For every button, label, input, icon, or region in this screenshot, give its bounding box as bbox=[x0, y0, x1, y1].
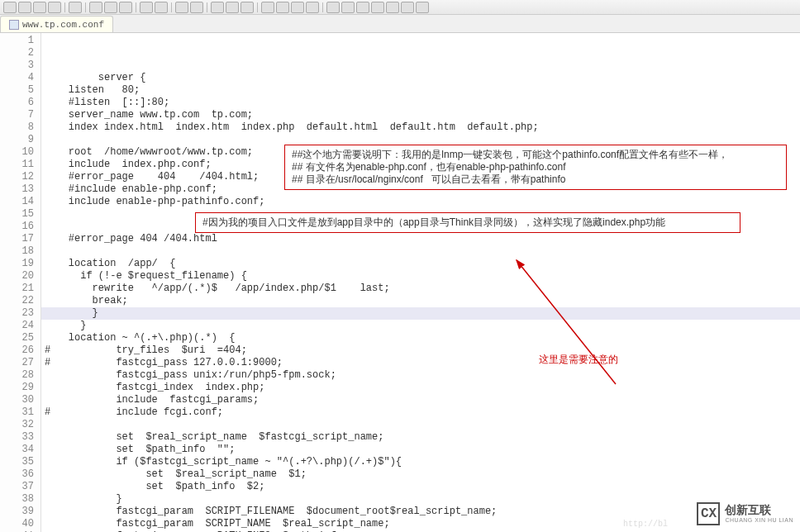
faint-url: http://bl bbox=[623, 520, 668, 529]
line-number: 3 bbox=[0, 59, 34, 72]
code-line[interactable]: # fastcgi_pass 127.0.0.1:9000; bbox=[45, 357, 800, 369]
code-line[interactable]: break; bbox=[45, 295, 800, 307]
tb-undo-icon[interactable] bbox=[140, 2, 153, 13]
tb-print-icon[interactable] bbox=[69, 2, 82, 13]
code-line[interactable]: fastcgi_param SCRIPT_NAME $real_script_n… bbox=[45, 518, 800, 530]
code-line[interactable]: set $real_script_name $1; bbox=[45, 468, 800, 481]
tb-redo-icon[interactable] bbox=[155, 2, 168, 13]
code-line[interactable]: set $path_info ""; bbox=[45, 444, 800, 456]
tb-paste-icon[interactable] bbox=[119, 2, 132, 13]
code-line[interactable]: index index.html index.htm index.php def… bbox=[45, 121, 800, 134]
code-line[interactable]: #listen [::]:80; bbox=[45, 97, 800, 109]
tab-bar: www.tp.com.conf bbox=[0, 15, 800, 33]
tb-showall-icon[interactable] bbox=[276, 2, 289, 13]
tb-replace-icon[interactable] bbox=[190, 2, 203, 13]
code-line[interactable]: #error_page 404 /404.html bbox=[45, 233, 800, 245]
line-number: 30 bbox=[0, 394, 34, 406]
annotation-pathinfo: ##这个地方需要说明下：我用的是lnmp一键安装包，可能这个pathinfo.c… bbox=[284, 145, 787, 190]
line-number: 12 bbox=[0, 171, 34, 183]
tab-label: www.tp.com.conf bbox=[22, 20, 104, 30]
tb-sep bbox=[207, 2, 207, 12]
tb-sep bbox=[171, 2, 172, 12]
code-area[interactable]: server { listen 80; #listen [::]:80; ser… bbox=[41, 33, 800, 532]
tb-new-icon[interactable] bbox=[3, 2, 17, 13]
line-number: 7 bbox=[0, 109, 34, 121]
code-line[interactable]: location /app/ { bbox=[45, 258, 800, 270]
annotation-app-rewrite: #因为我的项目入口文件是放到app目录中的（app目录与Think目录同级），这… bbox=[195, 212, 740, 233]
tb-comment-icon[interactable] bbox=[326, 2, 340, 13]
tb-toggle-icon[interactable] bbox=[211, 2, 224, 13]
line-number: 25 bbox=[0, 332, 34, 344]
code-line[interactable]: } bbox=[45, 320, 800, 332]
line-number: 29 bbox=[0, 382, 34, 394]
line-number: 38 bbox=[0, 493, 34, 506]
editor: 1234567891011121314151617181920212223242… bbox=[0, 33, 800, 532]
code-line[interactable]: fastcgi_param SCRIPT_FILENAME $document_… bbox=[45, 506, 800, 518]
code-line[interactable]: } bbox=[45, 493, 800, 506]
line-number: 10 bbox=[0, 146, 34, 159]
line-number: 31 bbox=[0, 406, 34, 419]
tb-sep bbox=[322, 2, 323, 12]
code-line[interactable]: if ($fastcgi_script_name ~ "^(.+?\.php)(… bbox=[45, 456, 800, 468]
tb-more1-icon[interactable] bbox=[401, 2, 414, 13]
tb-cut-icon[interactable] bbox=[89, 2, 102, 13]
tb-outdent-icon[interactable] bbox=[306, 2, 319, 13]
tb-wrap-icon[interactable] bbox=[261, 2, 274, 13]
line-number: 14 bbox=[0, 196, 34, 208]
code-line[interactable] bbox=[45, 419, 800, 431]
tb-func-icon[interactable] bbox=[341, 2, 355, 13]
line-number: 36 bbox=[0, 468, 34, 481]
code-line[interactable]: server { bbox=[45, 72, 800, 84]
line-number: 2 bbox=[0, 47, 34, 59]
code-line[interactable]: # include fcgi.conf; bbox=[45, 406, 800, 419]
tb-bookmark-icon[interactable] bbox=[226, 2, 239, 13]
code-line[interactable]: location ~ ^(.+\.php)(.*) { bbox=[45, 332, 800, 344]
tab-file[interactable]: www.tp.com.conf bbox=[0, 16, 113, 32]
code-line[interactable]: if (!-e $request_filename) { bbox=[45, 270, 800, 283]
line-number: 16 bbox=[0, 221, 34, 233]
tb-open-icon[interactable] bbox=[18, 2, 31, 13]
line-number: 1 bbox=[0, 35, 34, 47]
tb-run-icon[interactable] bbox=[356, 2, 369, 13]
tb-indent-icon[interactable] bbox=[291, 2, 304, 13]
annotation-attention-label: 这里是需要注意的 bbox=[539, 354, 618, 366]
line-number: 6 bbox=[0, 97, 34, 109]
watermark-en: CHUANG XIN HU LIAN bbox=[725, 517, 793, 524]
code-line[interactable]: server_name www.tp.com tp.com; bbox=[45, 109, 800, 121]
code-line[interactable]: include fastcgi_params; bbox=[45, 394, 800, 406]
line-number: 34 bbox=[0, 444, 34, 456]
line-number: 18 bbox=[0, 245, 34, 258]
tb-more2-icon[interactable] bbox=[416, 2, 429, 13]
code-line[interactable]: include enable-php-pathinfo.conf; bbox=[45, 196, 800, 208]
tb-settings-icon[interactable] bbox=[386, 2, 399, 13]
tb-stop-icon[interactable] bbox=[371, 2, 384, 13]
line-number: 11 bbox=[0, 159, 34, 171]
line-number: 24 bbox=[0, 320, 34, 332]
line-number: 8 bbox=[0, 121, 34, 134]
line-number: 26 bbox=[0, 344, 34, 357]
code-line[interactable]: # try_files $uri =404; bbox=[45, 344, 800, 357]
line-gutter: 1234567891011121314151617181920212223242… bbox=[0, 33, 41, 532]
code-line[interactable] bbox=[45, 245, 800, 258]
code-line[interactable]: set $path_info $2; bbox=[45, 481, 800, 493]
code-line[interactable]: } bbox=[45, 307, 800, 320]
tb-save-icon[interactable] bbox=[33, 2, 46, 13]
line-number: 23 bbox=[0, 307, 34, 320]
tb-copy-icon[interactable] bbox=[104, 2, 117, 13]
file-icon bbox=[9, 20, 19, 30]
line-number: 37 bbox=[0, 481, 34, 493]
watermark: CX 创新互联 CHUANG XIN HU LIAN bbox=[697, 502, 793, 525]
code-line[interactable]: rewrite ^/app/(.*)$ /app/index.php/$1 la… bbox=[45, 283, 800, 295]
line-number: 40 bbox=[0, 518, 34, 530]
line-number: 35 bbox=[0, 456, 34, 468]
line-number: 28 bbox=[0, 369, 34, 382]
code-line[interactable]: fastcgi_index index.php; bbox=[45, 382, 800, 394]
line-number: 32 bbox=[0, 419, 34, 431]
code-line[interactable]: listen 80; bbox=[45, 84, 800, 97]
code-line[interactable]: set $real_script_name $fastcgi_script_na… bbox=[45, 431, 800, 444]
code-line[interactable]: fastcgi_pass unix:/run/php5-fpm.sock; bbox=[45, 369, 800, 382]
tb-saveall-icon[interactable] bbox=[48, 2, 61, 13]
tb-bookmarkprev-icon[interactable] bbox=[240, 2, 254, 13]
line-number: 5 bbox=[0, 84, 34, 97]
tb-search-icon[interactable] bbox=[175, 2, 188, 13]
